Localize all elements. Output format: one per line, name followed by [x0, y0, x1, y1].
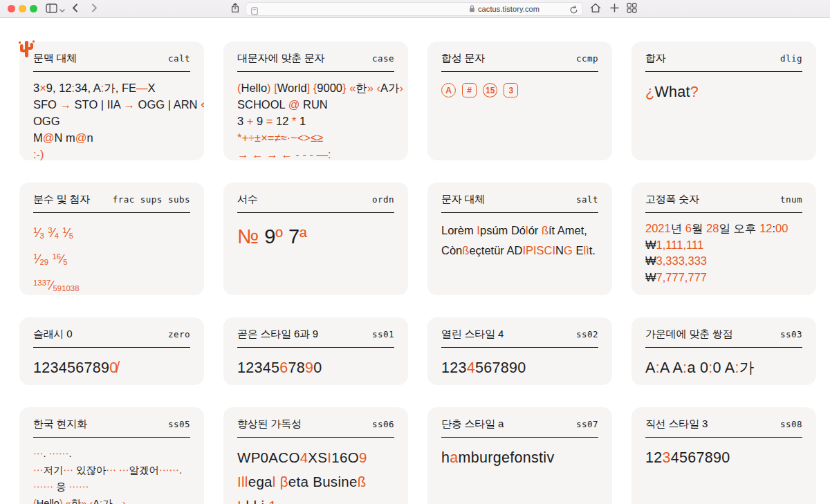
- text-segment: 16: [52, 252, 61, 261]
- text-segment: 28: [706, 222, 719, 234]
- text-segment: 3: [48, 226, 52, 234]
- card-header: 문맥 대체calt: [33, 52, 190, 65]
- text-segment: 가: [739, 360, 755, 376]
- text-segment: 한: [356, 82, 367, 94]
- text-segment: №: [237, 225, 264, 248]
- text-segment: → ← → ← - - - —:: [237, 148, 331, 160]
- text-segment: N: [555, 244, 564, 256]
- text-segment: 5: [69, 232, 73, 240]
- feature-card-calt: 문맥 대체calt3×9, 12:34, A:가, FE—XSFO → STO …: [19, 41, 204, 160]
- text-segment: 567890: [475, 360, 526, 376]
- refresh-button[interactable]: [569, 5, 578, 17]
- text-segment: RUN: [299, 98, 327, 111]
- text-segment: XS: [308, 449, 327, 465]
- text-segment: 0̸: [109, 360, 118, 376]
- text-segment: β: [280, 474, 288, 489]
- card-header: 합성 문자ccmp: [441, 52, 598, 65]
- text-segment: 4: [55, 232, 59, 240]
- text-segment: ór: [528, 224, 542, 236]
- divider: [237, 347, 394, 348]
- back-button[interactable]: [68, 0, 81, 18]
- chevron-right-icon: [91, 3, 98, 15]
- card-header: 서수ordn: [237, 193, 394, 206]
- text-segment: 9: [359, 449, 367, 465]
- card-title: 열린 스타일 4: [441, 328, 504, 341]
- card-title: 한국 현지화: [33, 418, 87, 431]
- home-button[interactable]: [589, 0, 602, 18]
- divider: [645, 437, 802, 438]
- text-segment: @: [75, 131, 87, 144]
- text-segment: ª: [299, 225, 307, 248]
- text-segment: .: [69, 448, 72, 459]
- card-title: 문맥 대체: [33, 52, 77, 65]
- sidebar-toggle-button[interactable]: [43, 0, 59, 18]
- card-header: 대문자에 맞춘 문자case: [237, 52, 394, 65]
- divider: [33, 347, 190, 348]
- feature-tag: ss02: [576, 329, 598, 339]
- card-title: 곧은 스타일 6과 9: [237, 328, 318, 341]
- card-header: 가운데에 맞춘 쌍점ss03: [645, 328, 802, 341]
- sample-line: I | l i 1: [237, 494, 394, 504]
- forward-button[interactable]: [88, 0, 100, 18]
- card-header: 직선 스타일 3ss08: [645, 418, 802, 431]
- zoom-window-button[interactable]: [30, 5, 37, 12]
- text-segment: 7: [283, 225, 299, 248]
- sample-line: M@N m@n: [33, 129, 190, 146]
- new-tab-button[interactable]: [608, 0, 620, 18]
- text-segment: —›: [113, 498, 126, 504]
- feature-card-ss07: 단층 스타일 ass07hamburgefonstiv: [427, 407, 612, 504]
- sample-line: 1234567890̸: [33, 355, 190, 380]
- text-segment: 0 A: [712, 360, 735, 376]
- sidebar-menu-chevron[interactable]: [58, 0, 66, 18]
- text-segment: ⋯⋯: [33, 481, 53, 492]
- page-preview-icon: [251, 6, 258, 18]
- sample-line: ⋯⋯ 응 ⋯⋯: [33, 478, 190, 495]
- sample-line: A:A A:a 0:0 A:가: [645, 355, 802, 380]
- text-segment: 1: [268, 498, 277, 504]
- cactus-logo-icon[interactable]: [18, 39, 35, 62]
- browser-toolbar: cactus.tistory.com: [0, 0, 830, 18]
- share-button[interactable]: [229, 0, 241, 18]
- text-segment: OGG: [33, 115, 60, 127]
- sample-line: ₩1,111,111: [645, 237, 802, 254]
- divider: [237, 71, 394, 72]
- text-segment: l: [273, 474, 276, 489]
- card-title: 가운데에 맞춘 쌍점: [645, 328, 732, 341]
- sample-line: 1234567890: [441, 355, 598, 380]
- text-segment: @: [43, 131, 55, 144]
- feature-card-case: 대문자에 맞춘 문자case(Hello) [World] {9000} «한»…: [223, 41, 408, 160]
- text-segment: «: [349, 82, 356, 94]
- url-text: cactus.tistory.com: [478, 5, 540, 13]
- enclosed-glyph: 3: [504, 83, 518, 97]
- text-segment: ít Amet,: [548, 224, 587, 236]
- text-segment: 9: [305, 360, 313, 376]
- minimize-window-button[interactable]: [19, 5, 26, 12]
- text-segment: ): [59, 498, 63, 504]
- enclosed-glyph: A: [441, 83, 456, 97]
- card-title: 대문자에 맞춘 문자: [237, 52, 324, 65]
- text-segment: 9: [253, 115, 266, 127]
- card-title: 슬래시 0: [33, 328, 73, 341]
- text-segment: →: [60, 98, 72, 111]
- feature-tag: ss07: [576, 419, 598, 429]
- text-segment: 1: [296, 115, 306, 127]
- close-window-button[interactable]: [8, 5, 15, 12]
- tab-overview-button[interactable]: [625, 0, 638, 18]
- text-segment: ₩: [645, 271, 656, 283]
- sample-line: 3×9, 12:34, A:가, FE—X: [33, 80, 190, 96]
- text-segment: 4: [467, 360, 475, 376]
- feature-card-frac: 분수 및 첨자frac sups subs1⁄3 3⁄4 1⁄51⁄29 16⁄…: [19, 183, 204, 295]
- text-segment: *+÷±×=≠≈·~<>≤≥: [237, 131, 323, 144]
- text-segment: ⋯: [33, 465, 44, 476]
- text-segment: A가: [380, 82, 400, 94]
- card-header: 한국 현지화ss05: [33, 418, 190, 431]
- text-segment: →: [124, 98, 136, 111]
- address-bar[interactable]: cactus.tistory.com: [246, 2, 583, 16]
- feature-card-ss05: 한국 현지화ss05⋯. ⋯⋯.⋯저기⋯ 있잖아⋯ ⋯알겠어⋯⋯.⋯⋯ 응 ⋯⋯…: [19, 407, 204, 504]
- text-segment: ⋯⋯: [159, 465, 179, 476]
- feature-card-ss01: 곧은 스타일 6과 9ss011234567890: [223, 317, 408, 385]
- feature-card-zero: 슬래시 0zero1234567890̸: [19, 317, 204, 385]
- card-title: 향상된 가독성: [237, 418, 302, 431]
- sample-line: WP0ACO4XSI16O9: [237, 445, 394, 469]
- text-segment: A: [645, 360, 656, 376]
